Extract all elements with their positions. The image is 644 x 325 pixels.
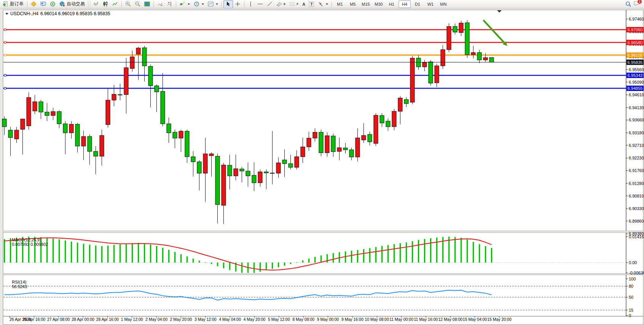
period-button-mn[interactable]: MN (437, 0, 450, 8)
chart-shift-button[interactable] (165, 0, 174, 8)
time-tick-label: 4 May 20:00 (244, 317, 266, 322)
auto-trading-button[interactable]: 自动交易 (57, 0, 87, 8)
hline-anchor[interactable] (4, 54, 6, 56)
macd-bar (467, 239, 468, 263)
candle-body (21, 119, 25, 129)
price-tick-label: 6.94130 (629, 105, 644, 110)
candle-body (386, 121, 390, 127)
templates-button[interactable] (206, 0, 220, 8)
candle-body (222, 165, 226, 205)
toolbar-grip (88, 1, 90, 7)
candle-body (33, 102, 37, 111)
crosshair-tool-button[interactable] (233, 0, 242, 8)
time-tick-label: 1 May 12:00 (121, 317, 143, 322)
candle-body (483, 57, 488, 60)
market-watch-button[interactable] (38, 0, 48, 8)
dropdown-caret (216, 3, 218, 5)
cursor-tool-button[interactable] (223, 0, 233, 8)
chart-canvas[interactable]: 6.974606.969906.965106.960406.955606.950… (0, 8, 644, 325)
period-button-d1[interactable]: D1 (411, 0, 424, 8)
candle-body (155, 86, 159, 92)
auto-trading-icon (59, 1, 65, 7)
period-button-m5[interactable]: M5 (347, 0, 359, 8)
period-button-w1[interactable]: W1 (424, 0, 437, 8)
hline-anchor[interactable] (4, 74, 6, 76)
hline-price-badge-text: 6.97060 (628, 27, 643, 32)
fibonacci-tool-button[interactable]: F (287, 0, 300, 8)
candle-body (435, 66, 439, 83)
macd-bar (308, 258, 309, 263)
candle-body (57, 112, 61, 124)
indicators-button[interactable] (178, 0, 192, 8)
macd-bar (461, 238, 462, 263)
candle-body (240, 169, 244, 171)
vertical-line-tool-button[interactable] (246, 0, 255, 8)
crosshair-icon (235, 1, 241, 7)
bar-chart-button[interactable] (91, 0, 101, 8)
candlestick-button[interactable] (101, 0, 110, 8)
candle-body (307, 138, 311, 147)
zoom-in-button[interactable] (123, 0, 133, 8)
notifications-button[interactable]: 1 (634, 1, 640, 8)
text-tool-button[interactable]: A (300, 0, 307, 8)
hline-anchor[interactable] (4, 41, 6, 43)
arrows-tool-button[interactable] (316, 0, 330, 8)
candle-body (185, 131, 189, 157)
candle-body (51, 112, 55, 115)
auto-trading-label: 自动交易 (67, 1, 85, 7)
candle-body (422, 63, 427, 67)
candle-body (441, 49, 445, 66)
period-button-h1[interactable]: H1 (386, 0, 398, 8)
tile-windows-button[interactable] (142, 0, 152, 8)
price-tick-label: 6.94610 (629, 92, 644, 97)
hline-price-badge-text: 6.96105 (628, 53, 643, 57)
metaeditor-button[interactable] (29, 0, 38, 8)
periods-dropdown-button[interactable] (192, 0, 206, 8)
macd-bar (290, 263, 291, 264)
candle-body (447, 27, 451, 50)
macd-bar (241, 263, 242, 273)
candle-body (337, 148, 341, 151)
hline-anchor[interactable] (4, 88, 6, 89)
horizontal-line-icon (257, 1, 263, 7)
candle-body (331, 136, 335, 151)
candle-body (234, 169, 238, 176)
navigator-button[interactable] (48, 0, 57, 8)
time-tick-label: 12 May 08:00 (438, 317, 462, 322)
price-tick-label: 6.92710 (629, 143, 644, 148)
macd-bar (89, 245, 90, 263)
candle-body (325, 136, 329, 153)
line-chart-icon (112, 1, 118, 7)
period-button-m30[interactable]: M30 (373, 0, 385, 8)
trendline-icon (267, 1, 273, 7)
period-button-m1[interactable]: M1 (334, 0, 346, 8)
candle-body (282, 160, 287, 164)
candle-body (124, 68, 128, 95)
period-button-m15[interactable]: M15 (360, 0, 372, 8)
macd-bar (266, 263, 267, 270)
candle-body (264, 172, 268, 173)
period-button-h4[interactable]: H4 (399, 0, 411, 8)
macd-bar (454, 237, 456, 263)
zoom-out-button[interactable] (133, 0, 142, 8)
chart-window[interactable]: 6.974606.969906.965106.960406.955606.950… (0, 8, 644, 325)
auto-scroll-button[interactable] (155, 0, 165, 8)
time-tick-label: 2 May 04:00 (145, 317, 167, 322)
candle-body (246, 171, 250, 176)
candle-body (69, 124, 73, 133)
text-label-tool-button[interactable]: T (307, 0, 316, 8)
candle-body (173, 132, 177, 138)
macd-bar (162, 248, 163, 263)
new-order-button[interactable]: 新订单 (1, 0, 26, 8)
macd-bar (314, 257, 316, 263)
macd-bar (46, 238, 48, 263)
hline-anchor[interactable] (4, 29, 6, 31)
horizontal-line-tool-button[interactable] (255, 0, 265, 8)
time-tick-label: 3 May 12:00 (194, 317, 217, 322)
line-chart-button[interactable] (110, 0, 120, 8)
candle-body (197, 162, 201, 173)
trendline-tool-button[interactable] (265, 0, 274, 8)
search-icon[interactable] (625, 1, 631, 7)
candle-body (276, 163, 281, 173)
channel-tool-button[interactable]: E (274, 0, 287, 8)
